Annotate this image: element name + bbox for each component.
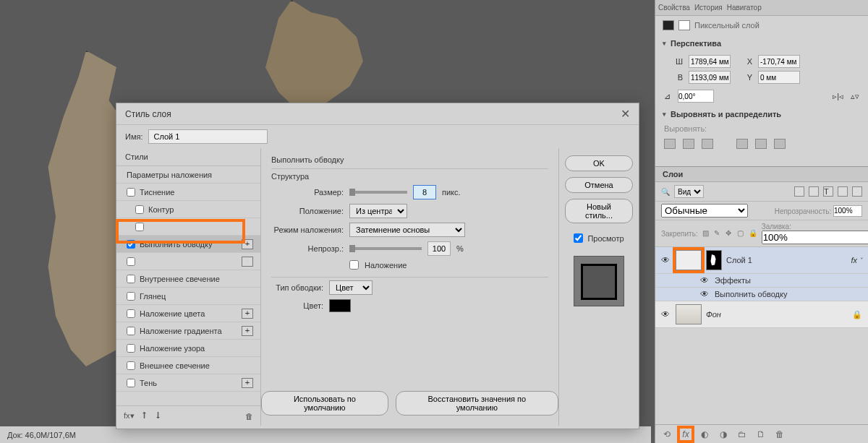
layer-thumbnail[interactable] xyxy=(676,250,702,270)
lock-trans-icon[interactable]: ▨ xyxy=(702,229,711,238)
delete-layer-icon[interactable]: 🗑 xyxy=(774,429,786,440)
lock-paint-icon[interactable]: ✎ xyxy=(714,229,723,238)
style-row[interactable]: Выполнить обводку+ xyxy=(116,236,260,253)
angle-input[interactable] xyxy=(678,90,714,103)
opacity-input[interactable] xyxy=(427,241,451,256)
align-header[interactable]: Выровнять и распределить xyxy=(655,106,868,123)
close-icon[interactable]: ✕ xyxy=(621,107,630,121)
layer-name-label[interactable]: Слой 1 xyxy=(726,256,846,264)
panel-tabs[interactable]: СвойстваИсторияНавигатор xyxy=(655,0,868,16)
new-style-button[interactable]: Новый стиль... xyxy=(565,199,633,223)
align-bottom-icon[interactable] xyxy=(774,139,786,149)
lock-artboard-icon[interactable]: ▢ xyxy=(737,229,746,238)
style-checkbox[interactable] xyxy=(127,240,135,249)
filter-smart-icon[interactable] xyxy=(852,186,862,197)
flip-v-icon[interactable]: ▵▿ xyxy=(851,92,859,101)
style-checkbox[interactable] xyxy=(127,275,135,283)
height-input[interactable] xyxy=(689,71,731,84)
lock-pos-icon[interactable]: ✥ xyxy=(726,229,734,238)
fill-type-select[interactable]: Цвет xyxy=(329,280,373,295)
bg-layer-label[interactable]: Фон xyxy=(706,310,848,319)
style-checkbox[interactable] xyxy=(127,257,135,266)
fx-menu-icon[interactable]: fx▾ xyxy=(124,411,135,421)
filter-adjust-icon[interactable] xyxy=(809,186,819,197)
layers-tab[interactable]: Слои xyxy=(655,167,868,182)
align-center-h-icon[interactable] xyxy=(683,139,694,149)
style-checkbox[interactable] xyxy=(127,309,135,318)
filter-kind-select[interactable]: Вид xyxy=(674,185,704,198)
adjustment-icon[interactable]: ◑ xyxy=(718,429,729,440)
position-select[interactable]: Из центра xyxy=(349,204,407,218)
size-input[interactable] xyxy=(413,185,436,199)
visibility-icon[interactable]: 👁 xyxy=(661,255,671,265)
blend-mode-select[interactable]: Обычные xyxy=(661,204,748,218)
size-slider[interactable] xyxy=(349,191,407,194)
move-down-icon[interactable]: 🠗 xyxy=(154,411,162,421)
filter-type-icon[interactable]: T xyxy=(823,186,833,197)
fx-indicator[interactable]: fx ˅ xyxy=(851,256,862,264)
filter-pixel-icon[interactable] xyxy=(794,186,804,197)
style-row[interactable]: Тень+ xyxy=(116,374,260,392)
effects-header-row[interactable]: 👁 Эффекты xyxy=(655,274,868,288)
style-checkbox[interactable] xyxy=(127,361,135,370)
style-checkbox[interactable] xyxy=(135,223,144,231)
style-row[interactable]: Наложение цвета+ xyxy=(116,305,260,322)
style-checkbox[interactable] xyxy=(127,327,135,335)
make-default-button[interactable]: Использовать по умолчанию xyxy=(261,391,388,416)
style-row[interactable]: Внутреннее свечение xyxy=(116,270,260,288)
fx-button-icon[interactable]: fx xyxy=(680,429,692,440)
effect-visibility-icon[interactable]: 👁 xyxy=(700,289,710,299)
style-checkbox[interactable] xyxy=(127,292,135,301)
visibility-icon[interactable]: 👁 xyxy=(661,309,671,319)
trash-icon[interactable]: 🗑 xyxy=(245,412,253,421)
style-checkbox[interactable] xyxy=(127,379,135,387)
add-effect-icon[interactable]: + xyxy=(242,309,253,319)
style-row[interactable]: Глянец xyxy=(116,288,260,305)
blending-options-row[interactable]: Параметры наложения xyxy=(116,166,260,184)
dialog-titlebar[interactable]: Стиль слоя ✕ xyxy=(116,103,639,125)
blend-select[interactable]: Затемнение основы xyxy=(349,223,465,237)
align-right-icon[interactable] xyxy=(702,139,713,149)
lock-all-icon[interactable]: 🔒 xyxy=(749,229,757,238)
ok-button[interactable]: OK xyxy=(565,155,633,171)
new-layer-icon[interactable]: 🗋 xyxy=(755,429,767,440)
style-row[interactable]: Наложение градиента+ xyxy=(116,322,260,340)
flip-h-icon[interactable]: ▹|◃ xyxy=(833,92,843,101)
effect-stroke-row[interactable]: 👁 Выполнить обводку xyxy=(655,288,868,301)
filter-shape-icon[interactable] xyxy=(838,186,848,197)
layer-mask-thumbnail[interactable] xyxy=(706,250,722,270)
style-row[interactable]: Наложение узора xyxy=(116,340,260,357)
align-center-v-icon[interactable] xyxy=(755,139,767,149)
cancel-button[interactable]: Отмена xyxy=(565,177,633,193)
layer-opacity-input[interactable] xyxy=(833,205,862,217)
opacity-slider[interactable] xyxy=(349,247,422,250)
layer-row-layer1[interactable]: 👁 Слой 1 fx ˅ xyxy=(655,247,868,274)
style-checkbox[interactable] xyxy=(127,188,135,197)
preview-checkbox-row[interactable]: Просмотр xyxy=(574,233,624,243)
reset-default-button[interactable]: Восстановить значения по умолчанию xyxy=(396,391,558,416)
bg-layer-thumbnail[interactable] xyxy=(676,304,702,324)
add-effect-icon[interactable]: + xyxy=(242,378,253,388)
style-checkbox[interactable] xyxy=(135,205,144,214)
add-effect-icon[interactable]: + xyxy=(242,326,253,336)
layer-row-background[interactable]: 👁 Фон 🔒 xyxy=(655,301,868,328)
move-up-icon[interactable]: 🠕 xyxy=(140,411,148,421)
add-effect-icon[interactable]: + xyxy=(242,257,253,267)
style-row[interactable]: Тиснение xyxy=(116,184,260,201)
style-row[interactable]: Контур xyxy=(116,201,260,218)
perspective-header[interactable]: Перспектива xyxy=(655,35,868,52)
add-effect-icon[interactable]: + xyxy=(242,239,253,249)
link-layers-icon[interactable]: ⟲ xyxy=(661,429,673,440)
x-input[interactable] xyxy=(758,55,800,68)
align-top-icon[interactable] xyxy=(736,139,748,149)
style-checkbox[interactable] xyxy=(127,344,135,353)
style-row[interactable]: Внешнее свечение xyxy=(116,357,260,374)
fill-input[interactable] xyxy=(762,231,868,244)
group-icon[interactable]: 🗀 xyxy=(736,429,748,440)
y-input[interactable] xyxy=(758,71,800,84)
name-input[interactable] xyxy=(148,129,268,144)
preview-checkbox[interactable] xyxy=(574,233,583,243)
color-swatch[interactable] xyxy=(329,299,351,312)
align-left-icon[interactable] xyxy=(664,139,676,149)
style-row[interactable] xyxy=(116,218,260,236)
